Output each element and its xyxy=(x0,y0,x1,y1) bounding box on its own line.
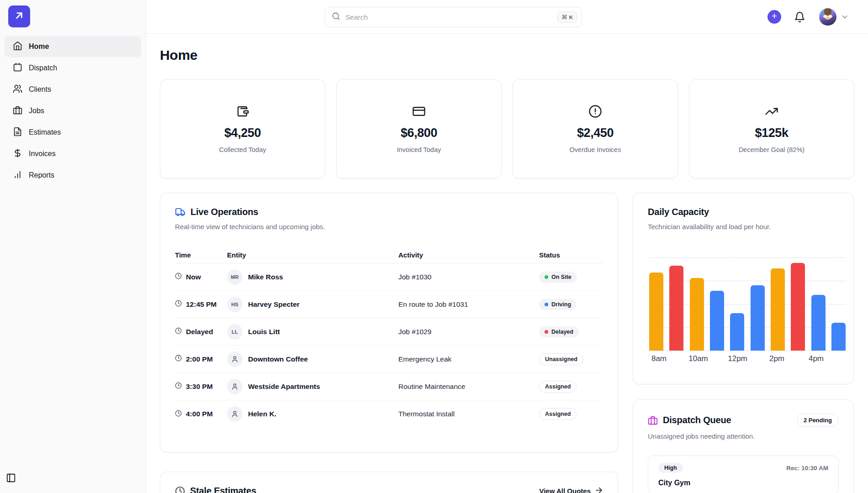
file-text-icon xyxy=(13,127,22,138)
stale-estimates-card: Stale Estimates View All Quotes xyxy=(160,472,618,493)
calendar-icon xyxy=(13,63,22,74)
clock-icon xyxy=(175,300,182,309)
sidebar-item-label: Jobs xyxy=(29,107,44,115)
stale-estimates-header: Stale Estimates xyxy=(175,486,256,493)
sidebar-item-invoices[interactable]: Invoices xyxy=(5,143,141,164)
received-time: Rec: 10:30 AM xyxy=(786,465,828,472)
row-activity: Emergency Leak xyxy=(398,355,539,363)
bar xyxy=(771,268,785,351)
stat-value: $6,800 xyxy=(401,126,437,140)
person-icon xyxy=(227,351,243,367)
app-logo[interactable] xyxy=(8,5,30,27)
stat-card-overdue-invoices: $2,450 Overdue Invoices xyxy=(513,79,678,178)
daily-capacity-card: Daily Capacity Technician availability a… xyxy=(633,193,854,384)
sidebar-item-home[interactable]: Home xyxy=(5,36,141,57)
sidebar-item-reports[interactable]: Reports xyxy=(5,165,141,186)
pending-count-badge: 2 Pending xyxy=(797,414,839,427)
clock-icon xyxy=(175,327,182,336)
avatar: LL xyxy=(227,324,243,340)
table-row: 4:00 PM Helen K. Thermostat Install Assi… xyxy=(175,400,603,428)
table-row: 12:45 PM HSHarvey Specter En route to Jo… xyxy=(175,291,603,318)
live-operations-header: Live Operations xyxy=(175,207,603,217)
table-row: Delayed LLLouis Litt Job #1029 Delayed xyxy=(175,318,603,346)
sidebar-item-estimates[interactable]: Estimates xyxy=(5,122,141,143)
status-dot xyxy=(545,303,548,306)
row-time: Now xyxy=(186,273,201,281)
x-tick-label: 2pm xyxy=(757,354,797,363)
x-tick-label: 10am xyxy=(679,354,718,363)
column-header-time: Time xyxy=(175,251,227,259)
priority-badge: High xyxy=(658,463,683,473)
search-icon xyxy=(332,12,340,22)
credit-card-icon xyxy=(412,105,426,120)
bar xyxy=(811,295,826,351)
home-icon xyxy=(13,41,22,52)
briefcase-icon xyxy=(648,415,658,425)
sidebar-item-clients[interactable]: Clients xyxy=(5,79,141,100)
row-activity: Routine Maintenance xyxy=(398,383,539,391)
dispatch-job-card[interactable]: High Rec: 10:30 AM City Gym xyxy=(648,456,839,493)
bar xyxy=(690,278,704,351)
x-tick-label: 4pm xyxy=(797,354,836,363)
alert-circle-icon xyxy=(588,105,602,120)
user-avatar[interactable] xyxy=(819,8,836,26)
row-activity: Job #1029 xyxy=(398,328,539,336)
table-row: 2:00 PM Downtown Coffee Emergency Leak U… xyxy=(175,346,603,373)
status-badge: Unassigned xyxy=(539,353,583,365)
sidebar-nav: Home Dispatch Clients Jobs Estimates Inv… xyxy=(0,36,146,186)
view-all-quotes-link[interactable]: View All Quotes xyxy=(539,486,603,493)
x-tick-label: 8am xyxy=(640,354,679,363)
clock-icon xyxy=(175,486,185,493)
section-title: Stale Estimates xyxy=(190,486,256,493)
top-header: Search ⌘ K xyxy=(146,0,868,34)
clock-icon xyxy=(175,355,182,363)
clock-icon xyxy=(175,410,182,419)
arrow-right-icon xyxy=(595,486,603,493)
sidebar-collapse-toggle-icon[interactable] xyxy=(6,473,16,483)
bar xyxy=(710,291,724,351)
bar xyxy=(831,323,846,351)
person-icon xyxy=(227,406,243,422)
status-badge: Assigned xyxy=(539,381,577,393)
avatar: MR xyxy=(227,269,243,285)
stat-card-invoiced-today: $6,800 Invoiced Today xyxy=(336,79,502,178)
column-header-activity: Activity xyxy=(398,251,539,259)
chevron-down-icon[interactable] xyxy=(841,13,849,21)
section-title: Live Operations xyxy=(191,207,258,217)
truck-icon xyxy=(175,207,185,217)
table-header: Time Entity Activity Status xyxy=(175,247,603,263)
notifications-bell-icon[interactable] xyxy=(794,11,805,23)
clock-icon xyxy=(175,382,182,391)
sidebar-item-label: Reports xyxy=(29,171,54,179)
header-actions xyxy=(767,0,849,34)
search-input[interactable]: Search ⌘ K xyxy=(325,7,582,27)
entity-name: Helen K. xyxy=(248,410,276,418)
sidebar-item-jobs[interactable]: Jobs xyxy=(5,100,141,121)
stat-card-collected-today: $4,250 Collected Today xyxy=(160,79,325,178)
add-button[interactable] xyxy=(767,10,781,24)
row-time: 2:00 PM xyxy=(186,355,213,363)
status-dot xyxy=(545,275,548,279)
entity-name: Harvey Specter xyxy=(248,300,300,309)
table-row: 3:30 PM Westside Apartments Routine Main… xyxy=(175,373,603,400)
sidebar: Home Dispatch Clients Jobs Estimates Inv… xyxy=(0,0,146,493)
stats-row: $4,250 Collected Today $6,800 Invoiced T… xyxy=(160,79,854,178)
column-header-entity: Entity xyxy=(227,251,398,259)
stat-label: Overdue Invoices xyxy=(570,146,621,153)
status-badge: Driving xyxy=(539,299,577,310)
person-icon xyxy=(227,379,243,394)
page-title: Home xyxy=(160,47,197,63)
search-placeholder: Search xyxy=(345,13,368,21)
command-icon: ⌘ xyxy=(561,14,567,21)
dispatch-queue-card: Dispatch Queue 2 Pending Unassigned jobs… xyxy=(633,399,854,493)
row-time: 4:00 PM xyxy=(186,410,213,418)
live-operations-card: Live Operations Real-time view of techni… xyxy=(160,193,618,452)
sidebar-item-dispatch[interactable]: Dispatch xyxy=(5,58,141,79)
bar xyxy=(730,313,744,351)
row-time: 3:30 PM xyxy=(186,383,213,391)
arrow-up-right-icon xyxy=(13,10,25,23)
x-axis-labels: 8am 10am 12pm 2pm 4pm xyxy=(649,354,846,363)
stat-value: $4,250 xyxy=(224,126,261,140)
dollar-icon xyxy=(13,148,22,160)
app-root: Home Dispatch Clients Jobs Estimates Inv… xyxy=(0,0,868,493)
